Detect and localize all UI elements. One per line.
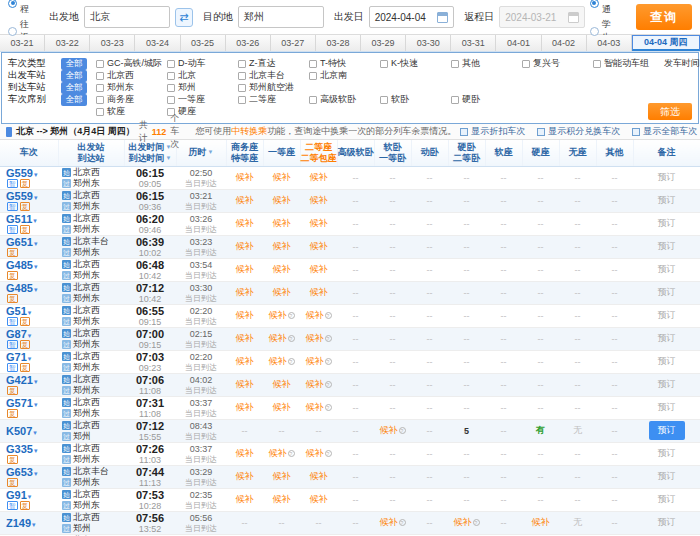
col-header[interactable]: 历时▼ (176, 140, 226, 166)
filter-checkbox[interactable]: 硬卧 (451, 93, 513, 106)
seat-availability[interactable]: 候补 (236, 195, 254, 205)
select-all-button[interactable]: 全部 (61, 70, 87, 82)
date-tab[interactable]: 03-31 (451, 35, 496, 51)
seat-availability[interactable]: 候补 (236, 494, 254, 504)
sort-icon[interactable]: ▼ (166, 142, 172, 153)
date-tab[interactable]: 03-24 (135, 35, 180, 51)
expand-train-icon[interactable]: ▾ (33, 429, 37, 436)
display-option[interactable]: 显示积分兑换车次 (537, 125, 620, 138)
seat-availability[interactable]: 候补 (310, 287, 328, 297)
filter-checkbox[interactable]: 北京南 (309, 69, 371, 82)
expand-train-icon[interactable]: ▾ (32, 521, 36, 528)
train-code-link[interactable]: G51 (6, 305, 27, 317)
seat-availability[interactable]: 候补 (273, 379, 291, 389)
display-option[interactable]: 显示折扣车次 (460, 125, 525, 138)
seat-availability[interactable]: 候补 (269, 310, 287, 320)
trip-type-option[interactable]: 单程 (8, 0, 37, 16)
seat-availability[interactable]: 候补 (269, 448, 287, 458)
seat-availability[interactable]: 候补 (236, 172, 254, 182)
book-button[interactable]: 预订 (649, 421, 685, 440)
seat-availability[interactable]: 候补 (306, 448, 324, 458)
seat-availability[interactable]: 候补 (236, 402, 254, 412)
waitlist-info-icon[interactable]: ? (325, 312, 332, 319)
train-code-link[interactable]: K507 (6, 425, 32, 437)
filter-checkbox[interactable]: 软卧 (380, 93, 442, 106)
depart-date-input[interactable]: 2024-04-04 (369, 6, 455, 28)
seat-availability[interactable]: 候补 (306, 356, 324, 366)
from-input[interactable]: 北京 (84, 6, 170, 28)
date-tab[interactable]: 03-28 (316, 35, 361, 51)
train-code-link[interactable]: G485 (6, 259, 33, 271)
expand-train-icon[interactable]: ▾ (28, 493, 32, 500)
sort-icon[interactable]: ▼ (208, 147, 214, 158)
waitlist-info-icon[interactable]: ? (288, 450, 295, 457)
seat-availability[interactable]: 候补 (380, 517, 398, 527)
date-tab[interactable]: 03-25 (181, 35, 226, 51)
seat-availability[interactable]: 候补 (236, 287, 254, 297)
train-code-link[interactable]: G485 (6, 282, 33, 294)
seat-availability[interactable]: 候补 (236, 241, 254, 251)
waitlist-info-icon[interactable]: ? (325, 381, 332, 388)
col-header[interactable]: 出发时间▼到达时间▼ (124, 140, 176, 166)
filter-checkbox[interactable]: 智能动车组 (593, 57, 655, 70)
display-option[interactable]: 显示全部车次 (632, 125, 697, 138)
select-all-button[interactable]: 全部 (61, 94, 87, 106)
waitlist-info-icon[interactable]: ? (473, 519, 480, 526)
expand-train-icon[interactable]: ▾ (34, 263, 38, 270)
seat-availability[interactable]: 候补 (273, 287, 291, 297)
seat-availability[interactable]: 候补 (310, 195, 328, 205)
to-input[interactable]: 郑州 (238, 6, 324, 28)
train-code-link[interactable]: G87 (6, 328, 27, 340)
date-tab[interactable]: 03-27 (271, 35, 316, 51)
train-code-link[interactable]: Z149 (6, 517, 31, 529)
train-code-link[interactable]: G651 (6, 236, 33, 248)
seat-availability[interactable]: 候补 (306, 310, 324, 320)
train-code-link[interactable]: G335 (6, 443, 33, 455)
waitlist-info-icon[interactable]: ? (288, 312, 295, 319)
seat-availability[interactable]: 候补 (236, 310, 254, 320)
expand-train-icon[interactable]: ▾ (28, 355, 32, 362)
seat-availability[interactable]: 候补 (306, 333, 324, 343)
seat-availability[interactable]: 候补 (236, 333, 254, 343)
waitlist-info-icon[interactable]: ? (325, 358, 332, 365)
train-code-link[interactable]: G653 (6, 466, 33, 478)
seat-availability[interactable]: 候补 (532, 517, 550, 527)
date-tab[interactable]: 03-22 (45, 35, 90, 51)
sort-icon[interactable]: ▼ (166, 153, 172, 164)
date-tab-selected[interactable]: 04-04 周四 (632, 35, 700, 51)
seat-availability[interactable]: 候补 (310, 218, 328, 228)
train-code-link[interactable]: G559 (6, 190, 33, 202)
seat-availability[interactable]: 候补 (454, 517, 472, 527)
waitlist-info-icon[interactable]: ? (288, 335, 295, 342)
filter-checkbox[interactable]: K-快速 (380, 57, 442, 70)
select-all-button[interactable]: 全部 (61, 58, 87, 70)
expand-train-icon[interactable]: ▾ (34, 447, 38, 454)
waitlist-info-icon[interactable]: ? (325, 404, 332, 411)
seat-availability[interactable]: 候补 (380, 425, 398, 435)
date-tab[interactable]: 03-29 (361, 35, 406, 51)
date-tab[interactable]: 03-21 (0, 35, 45, 51)
seat-availability[interactable]: 候补 (273, 218, 291, 228)
seat-availability[interactable]: 候补 (269, 356, 287, 366)
seat-availability[interactable]: 候补 (236, 471, 254, 481)
seat-availability[interactable]: 候补 (236, 264, 254, 274)
seat-availability[interactable]: 候补 (269, 333, 287, 343)
seat-availability[interactable]: 候补 (273, 241, 291, 251)
date-tab[interactable]: 03-30 (406, 35, 451, 51)
select-all-button[interactable]: 全部 (61, 82, 87, 94)
search-button[interactable]: 查询 (636, 4, 692, 30)
date-tab[interactable]: 04-01 (496, 35, 541, 51)
seat-availability[interactable]: 候补 (273, 402, 291, 412)
train-code-link[interactable]: G91 (6, 489, 27, 501)
swap-stations-icon[interactable]: ⇄ (175, 8, 193, 27)
train-code-link[interactable]: G571 (6, 397, 33, 409)
expand-train-icon[interactable]: ▾ (34, 378, 38, 385)
date-tab[interactable]: 04-03 (587, 35, 632, 51)
seat-availability[interactable]: 候补 (310, 241, 328, 251)
train-code-link[interactable]: G421 (6, 374, 33, 386)
date-tab[interactable]: 04-02 (542, 35, 587, 51)
train-code-link[interactable]: G559 (6, 167, 33, 179)
expand-train-icon[interactable]: ▾ (34, 470, 38, 477)
seat-availability[interactable]: 候补 (236, 356, 254, 366)
waitlist-info-icon[interactable]: ? (399, 519, 406, 526)
